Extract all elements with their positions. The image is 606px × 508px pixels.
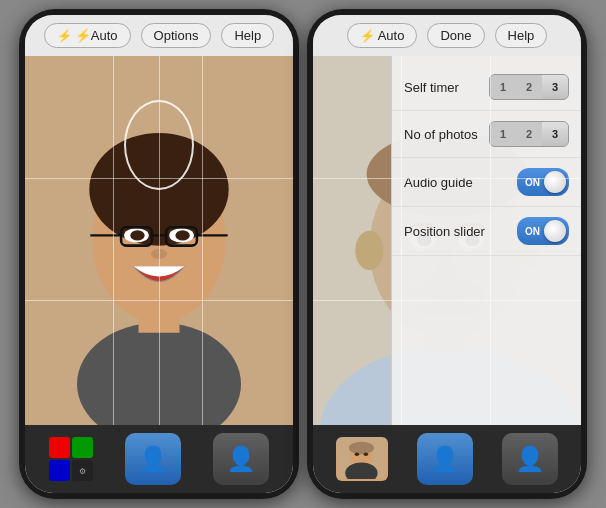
right-bottom-bar: 👤 👤 <box>313 425 581 493</box>
auto-label-right: Auto <box>378 28 405 43</box>
person-icon-inactive: 👤 <box>226 445 256 473</box>
photos-3[interactable]: 3 <box>542 122 568 146</box>
audio-guide-label: Audio guide <box>404 175 473 190</box>
settings-overlay: Self timer 1 2 3 No of photos 1 2 <box>391 56 581 425</box>
right-person-tab-inactive[interactable]: 👤 <box>502 433 558 485</box>
right-phone-screen: ⚡ Auto Done Help <box>313 15 581 493</box>
svg-point-31 <box>355 453 359 457</box>
svg-point-32 <box>364 453 368 457</box>
person-icon-active: 👤 <box>138 445 168 473</box>
flash-icon: ⚡ <box>57 29 72 43</box>
auto-label: ⚡Auto <box>75 28 118 43</box>
left-top-bar: ⚡ ⚡Auto Options Help <box>25 15 293 56</box>
person-tab-inactive[interactable]: 👤 <box>213 433 269 485</box>
position-slider-label: Position slider <box>404 224 485 239</box>
left-help-button[interactable]: Help <box>221 23 274 48</box>
position-slider-toggle[interactable]: ON <box>517 217 569 245</box>
photos-1[interactable]: 1 <box>490 122 516 146</box>
position-slider-knob <box>544 220 566 242</box>
svg-point-14 <box>151 249 167 259</box>
blue-square <box>49 460 70 481</box>
photos-2[interactable]: 2 <box>516 122 542 146</box>
svg-point-7 <box>130 230 144 240</box>
options-label: Options <box>154 28 199 43</box>
thumbnail-photo[interactable] <box>336 437 388 481</box>
left-camera-view <box>25 56 293 425</box>
self-timer-label: Self timer <box>404 80 459 95</box>
right-done-button[interactable]: Done <box>427 23 484 48</box>
self-timer-3[interactable]: 3 <box>542 75 568 99</box>
done-label: Done <box>440 28 471 43</box>
right-top-bar: ⚡ Auto Done Help <box>313 15 581 56</box>
no-of-photos-row: No of photos 1 2 3 <box>392 111 581 158</box>
position-slider-toggle-label: ON <box>525 226 540 237</box>
right-person-icon-active: 👤 <box>430 445 460 473</box>
person-tab-active[interactable]: 👤 <box>125 433 181 485</box>
red-square <box>49 437 70 458</box>
face-outline <box>124 100 194 190</box>
audio-guide-toggle-label: ON <box>525 177 540 188</box>
position-slider-row: Position slider ON <box>392 207 581 256</box>
svg-point-20 <box>355 231 383 270</box>
phones-container: ⚡ ⚡Auto Options Help <box>19 9 587 499</box>
right-person-tab-active[interactable]: 👤 <box>417 433 473 485</box>
help-label: Help <box>234 28 261 43</box>
audio-guide-toggle[interactable]: ON <box>517 168 569 196</box>
no-of-photos-control[interactable]: 1 2 3 <box>489 121 569 147</box>
no-of-photos-label: No of photos <box>404 127 478 142</box>
right-person-icon-inactive: 👤 <box>515 445 545 473</box>
self-timer-control[interactable]: 1 2 3 <box>489 74 569 100</box>
left-phone-screen: ⚡ ⚡Auto Options Help <box>25 15 293 493</box>
color-squares[interactable] <box>49 437 93 481</box>
svg-point-8 <box>175 230 189 240</box>
right-camera-view: Self timer 1 2 3 No of photos 1 2 <box>313 56 581 425</box>
green-square <box>72 437 93 458</box>
svg-point-30 <box>349 442 374 455</box>
left-auto-button[interactable]: ⚡ ⚡Auto <box>44 23 131 48</box>
self-timer-1[interactable]: 1 <box>490 75 516 99</box>
dark-square <box>72 460 93 481</box>
flash-icon-right: ⚡ <box>360 29 375 43</box>
left-phone: ⚡ ⚡Auto Options Help <box>19 9 299 499</box>
right-help-button[interactable]: Help <box>495 23 548 48</box>
right-auto-button[interactable]: ⚡ Auto <box>347 23 418 48</box>
audio-guide-row: Audio guide ON <box>392 158 581 207</box>
self-timer-row: Self timer 1 2 3 <box>392 64 581 111</box>
right-phone: ⚡ Auto Done Help <box>307 9 587 499</box>
self-timer-2[interactable]: 2 <box>516 75 542 99</box>
help-label-right: Help <box>508 28 535 43</box>
left-options-button[interactable]: Options <box>141 23 212 48</box>
left-bottom-bar: 👤 👤 <box>25 425 293 493</box>
audio-guide-knob <box>544 171 566 193</box>
